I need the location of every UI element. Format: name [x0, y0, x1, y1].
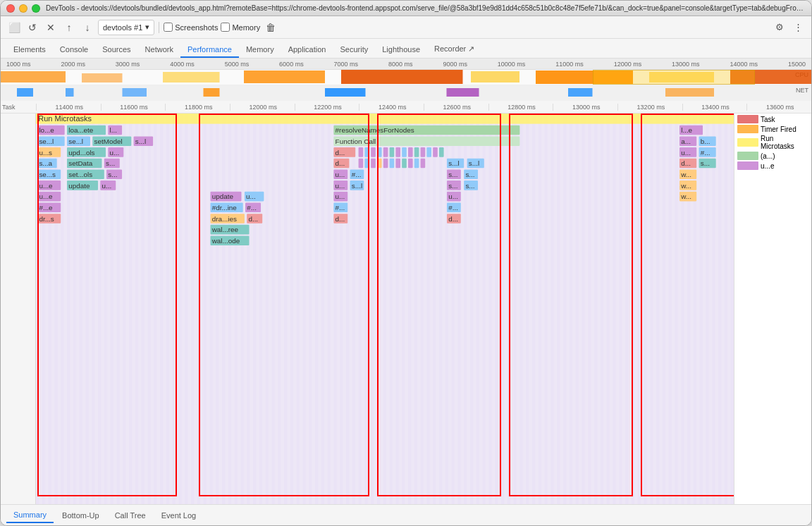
legend-label-timer: Timer Fired	[761, 126, 796, 133]
svg-text:#...: #...	[448, 204, 458, 212]
maximize-button[interactable]	[32, 4, 40, 13]
mark-12000: 12000 ms	[614, 61, 642, 68]
legend-item-task: Task	[737, 115, 808, 123]
memory-checkbox[interactable]	[221, 23, 230, 32]
legend-label-task: Task	[761, 116, 775, 123]
svg-text:u...s: u...s	[39, 149, 52, 157]
svg-text:#...e: #...e	[39, 204, 52, 212]
tab-recorder[interactable]: Recorder ↗	[427, 42, 481, 58]
svg-text:u...: u...	[246, 192, 256, 200]
svg-rect-78	[426, 147, 431, 157]
mark-14000: 14000 ms	[730, 61, 758, 68]
mark-3000: 3000 ms	[116, 61, 140, 68]
tab-network[interactable]: Network	[138, 42, 180, 58]
cpu-net-overview: CPU	[1, 70, 811, 101]
svg-text:s...: s...	[106, 159, 115, 167]
devtools-window: DevTools - devtools://devtools/bundled/d…	[0, 0, 812, 526]
tab-call-tree[interactable]: Call Tree	[108, 508, 153, 522]
svg-text:loa...ete: loa...ete	[68, 126, 93, 134]
svg-text:s...l: s...l	[469, 159, 479, 167]
track-label-spacer: Task	[1, 104, 36, 111]
tab-lighthouse[interactable]: Lighthouse	[375, 42, 427, 58]
svg-text:s...l: s...l	[448, 159, 459, 167]
settings-icon[interactable]: ⚙	[772, 20, 787, 35]
cpu-bar: CPU	[1, 70, 811, 85]
minimize-button[interactable]	[19, 4, 27, 13]
window-title: DevTools - devtools://devtools/bundled/d…	[46, 4, 806, 12]
more-options-icon[interactable]: ⋮	[790, 20, 806, 35]
svg-text:Function Call: Function Call	[336, 137, 376, 145]
svg-text:u...: u...	[681, 149, 691, 157]
mark-4000: 4000 ms	[170, 61, 195, 68]
chevron-down-icon: ▾	[145, 23, 149, 32]
stop-button[interactable]: ✕	[43, 20, 59, 35]
tab-sources[interactable]: Sources	[95, 42, 137, 58]
svg-text:#...: #...	[336, 204, 345, 212]
svg-text:#...: #...	[247, 204, 257, 212]
memory-checkbox-label[interactable]: Memory	[221, 23, 260, 32]
tab-bottom-up[interactable]: Bottom-Up	[55, 508, 106, 522]
target-selector-label: devtools #1	[103, 23, 142, 32]
svg-text:w...: w...	[680, 171, 691, 178]
close-button[interactable]	[6, 4, 15, 13]
zm-12800: 12800 ms	[488, 104, 553, 111]
zm-12600: 12600 ms	[424, 104, 488, 111]
svg-text:#...: #...	[701, 149, 710, 157]
svg-text:dra...ies: dra...ies	[212, 215, 237, 223]
svg-rect-92	[377, 159, 382, 169]
svg-text:u...: u...	[336, 182, 345, 190]
tab-summary[interactable]: Summary	[6, 508, 54, 523]
svg-rect-3	[244, 71, 325, 83]
svg-text:s...: s...	[701, 159, 710, 167]
overview-marks: 1000 ms 2000 ms 3000 ms 4000 ms 5000 ms …	[1, 61, 811, 68]
tab-event-log[interactable]: Event Log	[154, 508, 204, 522]
svg-rect-75	[408, 147, 413, 157]
tab-performance[interactable]: Performance	[180, 42, 239, 58]
title-bar: DevTools - devtools://devtools/bundled/d…	[1, 1, 811, 16]
svg-text:upd...ols: upd...ols	[68, 149, 95, 157]
tab-security[interactable]: Security	[333, 42, 375, 58]
net-bar: NET	[1, 85, 811, 101]
zm-11600: 11600 ms	[101, 104, 166, 111]
net-chart	[1, 85, 811, 99]
mark-150: 15000	[788, 61, 806, 68]
reload-button[interactable]: ↺	[25, 20, 40, 35]
svg-text:d...: d...	[336, 149, 345, 157]
tab-memory[interactable]: Memory	[239, 42, 281, 58]
selection-window[interactable]	[593, 70, 755, 85]
svg-rect-9	[17, 88, 33, 97]
tab-elements[interactable]: Elements	[6, 42, 53, 58]
svg-text:l...e: l...e	[681, 126, 692, 134]
tab-console[interactable]: Console	[53, 42, 95, 58]
screenshots-checkbox-label[interactable]: Screenshots	[164, 23, 218, 32]
svg-rect-11	[123, 88, 147, 97]
mark-1000: 1000 ms	[6, 61, 31, 68]
zm-13000: 13000 ms	[553, 104, 617, 111]
svg-rect-14	[447, 88, 479, 97]
zoomed-timeline: Task 11400 ms 11600 ms 11800 ms 12000 ms…	[1, 101, 811, 114]
svg-rect-89	[359, 159, 364, 169]
svg-text:se...l: se...l	[68, 137, 83, 145]
legend-item-u: u...e	[737, 161, 808, 170]
upload-button[interactable]: ↑	[61, 20, 77, 35]
legend-swatch-task	[737, 115, 758, 123]
clear-button[interactable]: 🗑	[263, 20, 278, 35]
svg-rect-80	[439, 147, 444, 157]
svg-text:b...: b...	[701, 137, 710, 145]
svg-rect-67	[359, 147, 364, 157]
tab-application[interactable]: Application	[281, 42, 333, 58]
mark-5000: 5000 ms	[225, 61, 250, 68]
svg-rect-91	[371, 159, 376, 169]
inspect-button[interactable]: ⬜	[6, 20, 22, 35]
target-selector[interactable]: devtools #1 ▾	[98, 20, 154, 35]
svg-text:#...: #...	[352, 171, 362, 178]
zm-12400: 12400 ms	[359, 104, 424, 111]
screenshots-checkbox[interactable]	[164, 23, 173, 32]
svg-rect-79	[433, 147, 438, 157]
download-button[interactable]: ↓	[80, 20, 95, 35]
flame-viewport[interactable]: Run Microtasks lo...e loa...ete l...	[1, 114, 811, 504]
svg-rect-98	[414, 159, 419, 169]
svg-text:d...: d...	[681, 159, 691, 167]
svg-rect-70	[377, 147, 382, 157]
svg-rect-73	[395, 147, 400, 157]
